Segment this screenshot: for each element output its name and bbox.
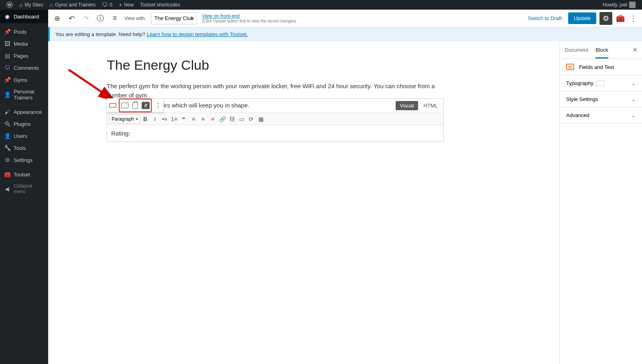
quote-button[interactable]: ❝ <box>179 115 188 123</box>
toolset-shortcodes-menu[interactable]: Toolset shortcodes <box>137 0 183 10</box>
inspector-panel: Document Block × Fields and Text Typogra… <box>559 41 642 364</box>
unlink-button[interactable]: ⛓ <box>228 115 236 123</box>
shortcodes-label: Toolset shortcodes <box>140 2 180 8</box>
add-media-button[interactable] <box>120 99 130 111</box>
undo-button[interactable]: ↶ <box>67 14 76 23</box>
post-body-text: The perfect gym for the working person w… <box>107 82 444 100</box>
sidebar-item-pages[interactable]: ▤Pages <box>0 50 48 62</box>
template-notice: You are editing a template. Need help? L… <box>48 27 642 41</box>
view-frontend-hint: (Click Update button first to view the r… <box>202 19 296 23</box>
italic-button[interactable]: I <box>150 115 159 123</box>
panel-typography[interactable]: Typography ⌄ <box>560 75 642 91</box>
toolset-toggle-button[interactable]: 🧰 <box>616 14 625 23</box>
sidebar-label: Dashboard <box>14 14 39 20</box>
pin-icon: 📌 <box>4 28 10 35</box>
sidebar-label: Gyms <box>14 77 27 83</box>
comments-menu[interactable]: 🗨0 <box>99 0 116 10</box>
sidebar-item-toolset[interactable]: 🧰Toolset <box>0 168 48 180</box>
sidebar-label: Appearance <box>14 109 42 115</box>
editor-canvas: The Energy Club The perfect gym for the … <box>48 41 559 364</box>
avatar <box>629 2 636 8</box>
more-menu-button[interactable]: ⋮ <box>628 14 638 23</box>
switch-to-draft-button[interactable]: Switch to Draft <box>525 15 565 21</box>
toolset-icon: 🧰 <box>4 171 10 178</box>
plus-icon: + <box>119 2 122 8</box>
sidebar-item-comments[interactable]: 🗨Comments <box>0 62 48 74</box>
select-value: The Energy Club <box>154 15 194 21</box>
add-block-button[interactable]: ⊕ <box>52 14 62 23</box>
comment-icon: 🗨 <box>4 65 10 71</box>
sidebar-item-posts[interactable]: 📌Posts <box>0 26 48 38</box>
comment-icon: 🗨 <box>102 2 108 8</box>
format-select-label: Paragraph <box>112 116 134 122</box>
visual-tab[interactable]: Visual <box>396 101 418 110</box>
site-name-menu[interactable]: ⌂Gyms and Trainers <box>46 0 99 10</box>
sidebar-label: Users <box>14 133 27 139</box>
add-field-button[interactable] <box>130 99 140 111</box>
notice-help-link[interactable]: Learn how to design templates with Tools… <box>147 31 248 37</box>
conditional-button[interactable]: if <box>140 99 151 111</box>
annotation-highlight-box: if <box>119 99 152 112</box>
sidebar-item-media[interactable]: 🖾Media <box>0 38 48 50</box>
readmore-button[interactable]: ▭ <box>237 115 246 123</box>
sidebar-label: Toolset <box>14 172 30 178</box>
format-select[interactable]: Paragraph▾ <box>110 115 140 123</box>
sidebar-item-settings[interactable]: ⚙Settings <box>0 154 48 166</box>
settings-toggle-button[interactable]: ⚙ <box>599 12 612 25</box>
tab-block[interactable]: Block <box>595 41 608 59</box>
html-tab[interactable]: HTML <box>420 101 442 110</box>
block-type-button[interactable] <box>107 99 118 112</box>
link-button[interactable]: 🔗 <box>218 115 227 123</box>
wordpress-logo-icon: W <box>6 2 13 8</box>
info-button[interactable]: ⓘ <box>95 14 105 23</box>
greeting-label: Howdy, joel <box>603 2 627 8</box>
bold-button[interactable]: B <box>141 115 150 123</box>
sidebar-label: Collapse menu <box>14 183 45 194</box>
new-label: New <box>124 2 134 8</box>
outline-button[interactable]: ≡ <box>110 14 120 23</box>
ol-button[interactable]: 1≡ <box>170 115 179 123</box>
sidebar-item-dashboard[interactable]: ◉Dashboard <box>0 10 48 23</box>
align-right-button[interactable]: ≡ <box>208 115 217 123</box>
view-frontend-link[interactable]: View on front-end <box>202 13 296 19</box>
panel-advanced[interactable]: Advanced ⌄ <box>560 107 642 123</box>
sidebar-item-gyms[interactable]: 📌Gyms <box>0 74 48 86</box>
align-left-button[interactable]: ≡ <box>189 115 198 123</box>
sidebar-item-trainers[interactable]: 👤Personal Trainers <box>0 86 48 103</box>
sidebar-item-users[interactable]: 👤Users <box>0 130 48 142</box>
view-with-label: View with: <box>124 16 146 21</box>
toggle-toolbar-button[interactable]: ▦ <box>256 115 265 123</box>
view-with-select[interactable]: The Energy Club ▾ <box>151 12 197 24</box>
fields-text-icon <box>109 103 116 108</box>
panel-style-settings[interactable]: Style Settings ⌄ <box>560 91 642 107</box>
sidebar-item-appearance[interactable]: 🖌Appearance <box>0 106 48 118</box>
editor-content-area[interactable]: Rating: <box>107 125 443 142</box>
redo-button[interactable]: ↷ <box>81 14 91 23</box>
align-center-button[interactable]: ≡ <box>199 115 207 123</box>
site-name-label: Gyms and Trainers <box>55 2 95 8</box>
wrench-icon: 🔧 <box>4 145 10 151</box>
sidebar-item-plugins[interactable]: 🔌Plugins <box>0 118 48 130</box>
chevron-down-icon: ▾ <box>191 16 193 21</box>
more-options-button[interactable]: ⋮ <box>152 99 163 112</box>
sidebar-label: Plugins <box>14 121 31 127</box>
close-inspector-button[interactable]: × <box>633 46 637 54</box>
ul-button[interactable]: •≡ <box>160 115 169 123</box>
user-account-menu[interactable]: Howdy, joel <box>599 0 639 10</box>
sidebar-item-tools[interactable]: 🔧Tools <box>0 142 48 154</box>
tab-document[interactable]: Document <box>565 41 588 59</box>
person-icon: 👤 <box>4 91 10 98</box>
chevron-down-icon: ⌄ <box>632 81 636 86</box>
notice-text: You are editing a template. Need help? <box>55 31 147 37</box>
comment-count: 0 <box>110 2 112 8</box>
fields-text-icon <box>566 64 574 70</box>
update-button[interactable]: Update <box>568 12 596 24</box>
tinymce-toolbar: Paragraph▾ B I •≡ 1≡ ❝ ≡ ≡ ≡ 🔗 ⛓ <box>107 113 443 125</box>
sidebar-item-collapse[interactable]: ◀Collapse menu <box>0 180 48 197</box>
home-icon: ⌂ <box>49 2 53 8</box>
my-sites-menu[interactable]: ⌂My Sites <box>16 0 46 10</box>
wp-logo-menu[interactable]: W <box>3 0 16 10</box>
new-content-menu[interactable]: +New <box>116 0 137 10</box>
shortcode-button[interactable]: ⟳ <box>247 115 256 123</box>
brush-icon: 🖌 <box>4 109 10 115</box>
